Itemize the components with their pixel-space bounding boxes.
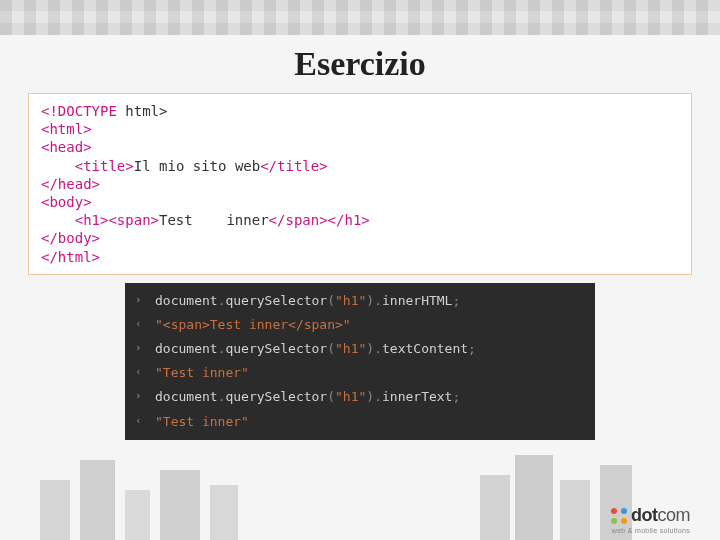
chevron-right-icon: › bbox=[135, 388, 147, 403]
console-input-line: ›document.querySelector("h1").textConten… bbox=[135, 337, 585, 361]
console-expression: document.querySelector("h1").textContent… bbox=[155, 340, 476, 358]
brand-logo: dotcom bbox=[611, 505, 690, 526]
chevron-right-icon: ‹ bbox=[135, 364, 147, 379]
svg-rect-2 bbox=[125, 490, 150, 540]
html-source-snippet: <!DOCTYPE html> <html> <head> <title>Il … bbox=[28, 93, 692, 275]
console-output-line: ‹"Test inner" bbox=[135, 361, 585, 385]
svg-rect-4 bbox=[210, 485, 238, 540]
logo-tagline: web & mobile solutions bbox=[612, 527, 690, 534]
svg-rect-0 bbox=[40, 480, 70, 540]
logo-icon bbox=[611, 508, 627, 524]
console-expression: document.querySelector("h1").innerText; bbox=[155, 388, 460, 406]
console-input-line: ›document.querySelector("h1").innerText; bbox=[135, 385, 585, 409]
svg-rect-7 bbox=[560, 480, 590, 540]
console-result: "Test inner" bbox=[155, 364, 249, 382]
console-input-line: ›document.querySelector("h1").innerHTML; bbox=[135, 289, 585, 313]
console-result: "<span>Test inner</span>" bbox=[155, 316, 351, 334]
decorative-top-pattern bbox=[0, 0, 720, 35]
chevron-right-icon: › bbox=[135, 340, 147, 355]
console-output-line: ‹"Test inner" bbox=[135, 410, 585, 434]
chevron-right-icon: › bbox=[135, 292, 147, 307]
devtools-console: ›document.querySelector("h1").innerHTML;… bbox=[125, 283, 595, 440]
page-title: Esercizio bbox=[0, 45, 720, 83]
console-result: "Test inner" bbox=[155, 413, 249, 431]
svg-rect-1 bbox=[80, 460, 115, 540]
logo-text: dotcom bbox=[631, 505, 690, 526]
console-output-line: ‹"<span>Test inner</span>" bbox=[135, 313, 585, 337]
svg-rect-6 bbox=[515, 455, 553, 540]
chevron-right-icon: ‹ bbox=[135, 413, 147, 428]
logo-rest: com bbox=[657, 505, 690, 525]
chevron-right-icon: ‹ bbox=[135, 316, 147, 331]
svg-rect-3 bbox=[160, 470, 200, 540]
logo-bold: dot bbox=[631, 505, 657, 525]
svg-rect-5 bbox=[480, 475, 510, 540]
console-expression: document.querySelector("h1").innerHTML; bbox=[155, 292, 460, 310]
